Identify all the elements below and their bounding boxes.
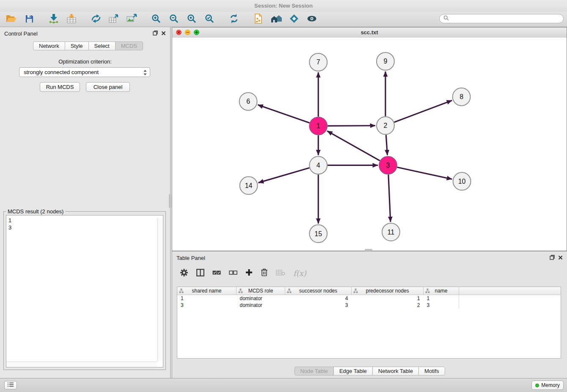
- column-header-shared-name[interactable]: shared name: [177, 287, 237, 295]
- close-panel-icon[interactable]: [558, 255, 563, 260]
- node-3[interactable]: 3: [379, 156, 397, 174]
- function-builder-button[interactable]: f(x): [293, 269, 306, 278]
- table-cell[interactable]: 3: [177, 302, 237, 309]
- node-label: 4: [317, 162, 320, 169]
- network-canvas[interactable]: 7968124314101511: [172, 38, 567, 251]
- table-cell[interactable]: dominator: [237, 295, 285, 302]
- node-6[interactable]: 6: [239, 93, 257, 110]
- select-all-button[interactable]: [212, 270, 221, 276]
- node-10[interactable]: 10: [453, 172, 471, 190]
- edge-3-10[interactable]: [397, 167, 452, 179]
- column-sort-icon: [179, 288, 184, 295]
- node-7[interactable]: 7: [309, 53, 327, 71]
- search-box[interactable]: [439, 14, 564, 23]
- float-panel-icon[interactable]: [153, 30, 158, 36]
- search-input[interactable]: [451, 15, 559, 22]
- tab-node-table[interactable]: Node Table: [294, 367, 334, 375]
- table-cell[interactable]: 1: [424, 295, 459, 302]
- zoom-window-icon[interactable]: [194, 30, 199, 35]
- table-row[interactable]: 3dominator323: [177, 302, 561, 309]
- node-4[interactable]: 4: [309, 156, 327, 174]
- deselect-all-button[interactable]: [229, 270, 237, 276]
- control-panel: Control Panel NetworkStyleSelectMCDS Opt…: [0, 27, 171, 378]
- export-image-icon: [126, 14, 137, 25]
- import-network-file-button[interactable]: [45, 13, 63, 26]
- table-row[interactable]: 1dominator411: [177, 295, 561, 302]
- save-session-button[interactable]: [20, 13, 38, 26]
- minimize-window-icon[interactable]: [185, 30, 190, 35]
- close-window-icon[interactable]: [176, 30, 182, 35]
- table-cell[interactable]: 4: [285, 295, 352, 302]
- node-label: 11: [388, 229, 395, 236]
- close-panel-icon[interactable]: [161, 30, 166, 36]
- import-table-file-button[interactable]: [63, 13, 80, 26]
- table-cell[interactable]: 1: [352, 295, 424, 302]
- node-11[interactable]: 11: [382, 223, 400, 241]
- export-image-button[interactable]: [123, 13, 140, 26]
- show-graphics-details-button[interactable]: [303, 13, 321, 26]
- export-table-button[interactable]: [105, 13, 123, 26]
- float-panel-icon[interactable]: [550, 255, 555, 260]
- result-vertical-scrollbar[interactable]: [157, 218, 163, 361]
- table-cell[interactable]: 3: [424, 302, 459, 309]
- tab-network[interactable]: Network: [33, 41, 65, 50]
- table-cell[interactable]: 2: [352, 302, 424, 309]
- node-8[interactable]: 8: [453, 88, 471, 106]
- delete-table-button[interactable]: [276, 270, 285, 277]
- open-file-button[interactable]: [3, 13, 20, 26]
- zoom-selected-button[interactable]: [201, 13, 218, 26]
- network-window-titlebar[interactable]: scc.txt: [172, 28, 567, 38]
- node-label: 6: [246, 98, 250, 105]
- delete-column-button[interactable]: [261, 268, 268, 278]
- refresh-network-button[interactable]: [225, 13, 243, 26]
- tab-edge-table[interactable]: Edge Table: [333, 367, 373, 375]
- zoom-out-button[interactable]: [165, 13, 183, 26]
- window-title: Session: New Session: [254, 3, 313, 9]
- table-settings-button[interactable]: [180, 268, 188, 278]
- close-panel-button[interactable]: Close panel: [86, 82, 130, 92]
- run-mcds-button[interactable]: Run MCDS: [40, 82, 80, 92]
- tab-motifs[interactable]: Motifs: [418, 367, 445, 375]
- tab-style[interactable]: Style: [65, 41, 89, 50]
- edge-4-14[interactable]: [259, 168, 310, 183]
- column-header-mcds-role[interactable]: MCDS role: [237, 287, 285, 295]
- edge-1-6[interactable]: [258, 105, 309, 123]
- table-cell-filler: [459, 295, 561, 302]
- table-cell[interactable]: 3: [285, 302, 352, 309]
- tab-mcds[interactable]: MCDS: [115, 41, 143, 50]
- table-cell[interactable]: 1: [177, 295, 237, 302]
- edge-2-3[interactable]: [386, 135, 387, 155]
- column-header-successor-nodes[interactable]: successor nodes: [285, 287, 352, 295]
- tab-select[interactable]: Select: [88, 41, 116, 50]
- show-panel-list-button[interactable]: [4, 381, 17, 389]
- vertical-splitter-handle[interactable]: [169, 194, 171, 208]
- zoom-in-button[interactable]: [147, 13, 165, 26]
- add-column-button[interactable]: [245, 269, 253, 277]
- network-graph[interactable]: 7968124314101511: [172, 38, 567, 251]
- show-columns-button[interactable]: [196, 269, 204, 278]
- tab-network-table[interactable]: Network Table: [372, 367, 419, 375]
- edge-3-1[interactable]: [327, 131, 380, 160]
- column-header-predecessor-nodes[interactable]: predecessor nodes: [352, 287, 424, 295]
- first-neighbors-button[interactable]: [267, 13, 285, 26]
- node-9[interactable]: 9: [377, 52, 394, 70]
- node-14[interactable]: 14: [240, 177, 258, 194]
- node-1[interactable]: 1: [309, 117, 327, 135]
- memory-button[interactable]: Memory: [531, 381, 564, 390]
- result-horizontal-scrollbar[interactable]: [6, 362, 157, 367]
- application-window: Session: New Session: [0, 0, 567, 392]
- eye-icon: [306, 14, 317, 25]
- table-cell[interactable]: dominator: [237, 302, 285, 309]
- export-table-icon: [108, 14, 119, 25]
- new-network-button[interactable]: [87, 13, 105, 26]
- visual-properties-button[interactable]: [285, 13, 303, 26]
- column-header-name[interactable]: name: [424, 287, 459, 295]
- edge-1-2[interactable]: [328, 126, 375, 126]
- optimization-criterion-select[interactable]: strongly connected component: [19, 67, 150, 77]
- edge-3-11[interactable]: [388, 174, 391, 222]
- edge-2-8[interactable]: [394, 100, 452, 122]
- zoom-fit-button[interactable]: [183, 13, 201, 26]
- node-2[interactable]: 2: [377, 117, 394, 135]
- node-15[interactable]: 15: [309, 225, 327, 243]
- open-network-file-button[interactable]: [250, 13, 267, 26]
